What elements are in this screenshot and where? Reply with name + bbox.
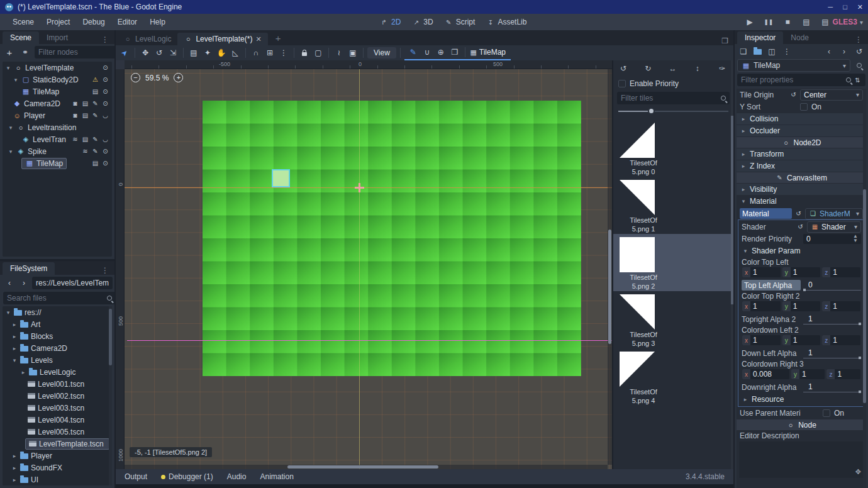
visibility-icon[interactable]: ⊙	[101, 76, 109, 83]
scene-tree-row[interactable]: ☺ Player ◙ ▤ ✎ ◡	[3, 109, 112, 121]
expander-icon[interactable]: ▾	[5, 309, 11, 316]
history-forward-icon[interactable]: ›	[839, 47, 849, 56]
skeleton-options-button[interactable]: ≀	[333, 47, 345, 59]
rotate-tool-button[interactable]: ↺	[153, 47, 165, 59]
select-tool-button[interactable]: ➤	[118, 47, 131, 59]
expander-icon[interactable]: ▾	[11, 357, 18, 363]
nav-back-button[interactable]: ‹	[3, 277, 16, 289]
y-sort-checkbox[interactable]	[800, 103, 808, 111]
scene-tree-row[interactable]: ▾ ▢ StaticBody2D ⚠ ⊙	[3, 74, 112, 86]
new-resource-icon[interactable]: ❏	[738, 47, 748, 56]
filter-tiles-input[interactable]	[621, 94, 718, 103]
pick-tile-button[interactable]: ⊕	[435, 46, 447, 58]
menu-scene[interactable]: Scene	[6, 18, 40, 26]
y-field[interactable]: y1	[791, 369, 825, 379]
tab-scene[interactable]: Scene	[3, 31, 39, 44]
material-property-label[interactable]: Material	[740, 208, 792, 219]
close-button[interactable]: ✕	[857, 3, 863, 11]
paint-tile-button[interactable]: ✎	[407, 46, 420, 58]
script-icon[interactable]: ✎	[91, 148, 99, 155]
warning-icon[interactable]: ⚠	[91, 76, 99, 83]
revert-icon[interactable]: ↺	[796, 223, 804, 230]
debugger-button[interactable]: Debugger (1)	[161, 472, 213, 481]
scene-tree-row[interactable]: ▾ ○ Leveltransition	[3, 121, 112, 133]
visibility-icon[interactable]: ⊙	[101, 160, 109, 167]
expand-description-icon[interactable]: ✥	[855, 468, 861, 476]
fs-row[interactable]: Level005.tscn	[3, 426, 112, 438]
tab-inspector[interactable]: Inspector	[737, 31, 783, 44]
pan-tool-button[interactable]: ✋	[215, 47, 228, 59]
lock-object-button[interactable]	[298, 47, 311, 59]
z-field[interactable]: z1	[822, 335, 860, 345]
tab-filesystem[interactable]: FileSystem	[3, 262, 55, 275]
scene-tree-row[interactable]: ◈ LevelTran ≋ ▤ ✎ ◡	[3, 133, 112, 145]
scene-tree-row[interactable]: ▾ ◈ Spike ≋ ✎ ⊙	[3, 145, 112, 157]
view-menu-button[interactable]: View	[367, 47, 396, 58]
tile-origin-select[interactable]: Center ▾	[800, 89, 863, 101]
fs-row[interactable]: Level003.tscn	[3, 402, 112, 414]
filesystem-scrollbar[interactable]	[109, 306, 112, 485]
revert-icon[interactable]: ↺	[794, 210, 803, 217]
down-left-alpha-field[interactable]: 1	[803, 348, 861, 358]
group-button[interactable]: ▣	[347, 47, 359, 59]
expander-icon[interactable]: ▸	[11, 333, 18, 340]
expander-icon[interactable]: ▸	[20, 369, 26, 375]
workspace-3d-button[interactable]: ↗ 3D	[409, 18, 435, 26]
editor-description-field[interactable]: ✥	[739, 441, 864, 478]
tile-size-slider[interactable]	[618, 107, 728, 116]
fs-row[interactable]: ▸LevelLogic	[3, 366, 112, 378]
use-parent-material-checkbox[interactable]	[823, 409, 830, 417]
expander-icon[interactable]: ▸	[11, 465, 18, 471]
snap-options-icon[interactable]: ⋮	[277, 47, 290, 59]
groups-icon[interactable]: ▤	[81, 136, 89, 143]
fs-row[interactable]: Level001.tscn	[3, 378, 112, 390]
tile-item-2-selected[interactable]: TilesetOf5.png 2	[613, 234, 733, 291]
script-icon[interactable]: ✎	[91, 136, 99, 143]
open-docs-button[interactable]	[853, 59, 865, 72]
x-field[interactable]: x0.008	[742, 369, 789, 379]
output-button[interactable]: Output	[125, 472, 147, 481]
maximize-button[interactable]: □	[843, 3, 847, 11]
scene-tree-row[interactable]: ▾ ○ LevelTemplate ⊙	[3, 62, 112, 74]
tab-import[interactable]: Import	[39, 31, 75, 44]
z-field[interactable]: z1	[822, 301, 860, 311]
workspace-script-button[interactable]: ✎ Script	[442, 18, 478, 26]
scene-tree-row[interactable]: ▦ TileMap ▤ ⊙	[3, 86, 112, 97]
tile-item-1[interactable]: TilesetOf5.png 1	[613, 177, 733, 234]
z-field[interactable]: z1	[822, 267, 860, 277]
scale-tool-button[interactable]: ⇲	[167, 47, 179, 59]
section-collision[interactable]: ▸Collision	[737, 113, 866, 125]
enable-priority-checkbox[interactable]	[618, 80, 626, 87]
class-header-node[interactable]: ○ Node	[737, 419, 866, 430]
ruler-tool-button[interactable]: ◺	[229, 47, 242, 59]
property-tools-icon[interactable]: ⇅	[854, 77, 862, 84]
visibility-icon[interactable]: ⊙	[101, 64, 109, 71]
expander-icon[interactable]: ▾	[8, 148, 14, 155]
instance-scene-button[interactable]: ⚭	[19, 46, 31, 58]
zoom-level[interactable]: 59.5 %	[145, 74, 169, 82]
flip-horizontal-icon[interactable]: ↔	[668, 64, 678, 73]
expander-icon[interactable]: ▾	[5, 65, 11, 71]
tile-item-4[interactable]: TilesetOf5.png 4	[613, 348, 733, 406]
load-resource-icon[interactable]	[754, 49, 762, 55]
section-z-index[interactable]: ▸Z Index	[737, 160, 866, 172]
play-scene-button[interactable]: ▤	[801, 18, 811, 26]
add-node-button[interactable]: +	[3, 46, 16, 58]
fs-row[interactable]: ▸Camera2D	[3, 342, 112, 354]
top-left-alpha-field[interactable]: 0	[803, 280, 861, 291]
visibility-icon[interactable]: ⊙	[101, 88, 109, 95]
menu-debug[interactable]: Debug	[76, 18, 111, 26]
pause-button[interactable]: ❚❚	[764, 19, 774, 25]
new-scene-tab-button[interactable]: +	[268, 31, 289, 45]
history-back-icon[interactable]: ‹	[824, 47, 834, 56]
scene-tab-leveltemplate[interactable]: ○ LevelTemplate(*) ✕	[177, 33, 267, 45]
play-custom-scene-button[interactable]: ▤	[820, 18, 830, 26]
palette-scrollbar[interactable]	[731, 60, 733, 469]
bucket-fill-button[interactable]: ∪	[421, 46, 433, 58]
fs-row[interactable]: ▸Art	[3, 318, 112, 330]
flip-vertical-icon[interactable]: ↕	[693, 64, 703, 73]
top-left-alpha-label[interactable]: Top Left Alpha	[742, 280, 801, 291]
scene-tree-row-selected[interactable]: ▦ TileMap ▤ ⊙	[3, 157, 112, 169]
expander-icon[interactable]: ▸	[11, 477, 18, 483]
fs-row[interactable]: ▾Levels	[3, 354, 112, 366]
